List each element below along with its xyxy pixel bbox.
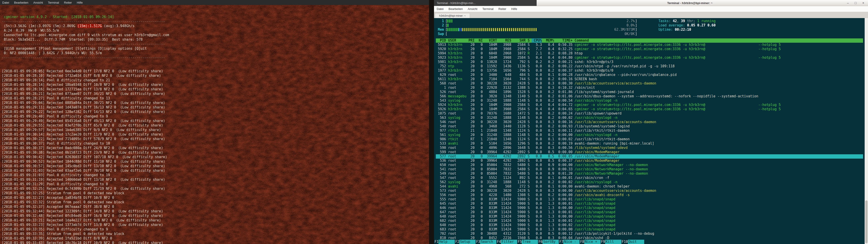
- process-row-5920[interactable]: 5920h3rb3rn200104M39082584S7.70.40:32.25…: [436, 47, 863, 51]
- process-row-977[interactable]: 977rtkit2112104813481124S0.00.10:00.11/u…: [436, 128, 863, 133]
- menu-item-terminal[interactable]: Terminal: [483, 7, 493, 11]
- process-cell: /usr/lib/snapd/snapd: [575, 206, 863, 210]
- column-header-time[interactable]: TIME+: [556, 38, 572, 43]
- process-row-645[interactable]: 645root200833M114245900S0.01.30:00.01/us…: [436, 202, 863, 206]
- process-row-577[interactable]: 577root2003996442922892S0.00.50:00.05/us…: [436, 154, 863, 159]
- fkey-nice[interactable]: F7Nice -: [559, 240, 580, 244]
- process-cell: 0:00.00: [556, 214, 572, 219]
- process-row-5924[interactable]: 5924h3rb3rn200104M39082584S0.40.40:04.72…: [436, 103, 863, 107]
- process-row-561[interactable]: 561syslog2003124818881148S0.00.20:00.00/…: [436, 133, 863, 137]
- background-window-title[interactable]: Terminal - h3rb3rn@bpi-min...: [434, 0, 537, 6]
- status-segment: (15m):1.517G: [77, 24, 102, 28]
- process-row-5913[interactable]: 5913h3rb3rn200104M39082584S5.30.40:50.35…: [436, 43, 863, 47]
- process-row-752[interactable]: 752ntp2001159214361136S0.00.20:00.22/usr…: [436, 64, 863, 68]
- info-segment: ;: [693, 19, 698, 23]
- process-row-526[interactable]: 526root200488418961528S0.00.20:01.86/lib…: [436, 90, 863, 94]
- process-row-5981[interactable]: 5981h3rb3rn200138281724792S0.20.20:00.21…: [436, 60, 863, 64]
- process-row-5994[interactable]: 5994h3rb3rn200604820681072R2.10.20:08.28…: [436, 51, 863, 56]
- menu-item-ansicht[interactable]: Ansicht: [33, 1, 43, 4]
- column-header-pri[interactable]: PRI: [468, 38, 474, 43]
- process-row-986[interactable]: 986rtkitRT12104813481124S0.00.10:00.02/u…: [436, 137, 863, 142]
- column-header-shr[interactable]: SHR: [513, 38, 526, 43]
- process-cell: messagebu: [448, 94, 466, 98]
- menu-item-datei[interactable]: Datei: [437, 7, 443, 11]
- column-header-virt[interactable]: VIRT: [485, 38, 497, 43]
- maximize-button[interactable]: □: [854, 1, 858, 5]
- process-row-640[interactable]: 640root200833M114245900S0.01.30:00.02/us…: [436, 223, 863, 227]
- fkey-kill[interactable]: F9Kill: [600, 240, 621, 244]
- process-row-544[interactable]: 544avahi2004968568272S0.00.10:00.00avahi…: [436, 184, 863, 189]
- process-cell: 568: [499, 184, 511, 189]
- menu-item-hilfe[interactable]: Hilfe: [511, 7, 517, 11]
- process-cell: 20: [468, 167, 474, 172]
- menu-item-ansicht[interactable]: Ansicht: [468, 7, 477, 11]
- process-row-536[interactable]: 536root2003996442922892S0.00.50:00.37/us…: [436, 159, 863, 163]
- column-header-res[interactable]: RES: [499, 38, 511, 43]
- process-row-5923[interactable]: 5923h3rb3rn200104M39082584S0.40.40:04.80…: [436, 56, 863, 60]
- column-header-cpu[interactable]: CPU%: [532, 38, 542, 43]
- process-row-568[interactable]: 568root2003022830202428S0.00.30:00.30/us…: [436, 81, 863, 86]
- process-row-549[interactable]: 549root2008500478325480S0.00.90:01.20/us…: [436, 172, 863, 176]
- column-header-user[interactable]: USER: [448, 38, 466, 43]
- process-row-629[interactable]: 629root2003400648484S0.00.10:00.28/usr/s…: [436, 73, 863, 77]
- column-header-ni[interactable]: NI: [477, 38, 483, 43]
- process-row-702[interactable]: 702root2003048843123120S0.00.50:00.12/us…: [436, 232, 863, 236]
- column-header-s[interactable]: S: [528, 38, 530, 43]
- process-row-1977[interactable]: 1977h3rb3rn200137561656796S0.00.20:00.37…: [436, 68, 863, 73]
- fkey-filter[interactable]: F4Filter: [496, 240, 517, 244]
- fkey-nice[interactable]: F8Nice +: [580, 240, 600, 244]
- process-cell: 3020: [499, 120, 511, 124]
- close-button[interactable]: ×: [861, 1, 865, 5]
- menu-item-hilfe[interactable]: Hilfe: [77, 1, 83, 4]
- menu-item-reiter[interactable]: Reiter: [498, 7, 506, 11]
- process-row-566[interactable]: 566messagebu200382013481140S0.00.20:01.0…: [436, 94, 863, 98]
- process-row-646[interactable]: 646root200833M114245900S0.01.30:00.00/us…: [436, 206, 863, 210]
- log-line: [2018-01-05 09:32:48] Rejected 0fc84ed9 …: [2, 214, 427, 218]
- process-row-5611[interactable]: 5611h3rb3rn20071041564744S0.00.20:00.16S…: [436, 77, 863, 81]
- process-row-683[interactable]: 683root200833M114245900S0.01.30:00.00/us…: [436, 227, 863, 232]
- fkey-sortby[interactable]: F6SortBy: [538, 240, 559, 244]
- process-cell: 536: [436, 159, 446, 163]
- fkey-label: Tree: [522, 240, 538, 244]
- minimize-button[interactable]: –: [846, 1, 850, 5]
- scrollbar-thumb[interactable]: [865, 201, 868, 243]
- process-row-562[interactable]: 562syslog2003124818881148S0.00.20:00.02/…: [436, 180, 863, 184]
- fkey-search[interactable]: F3Search: [475, 240, 496, 244]
- process-cell: 986: [436, 137, 446, 142]
- menu-item-bearbeiten[interactable]: Bearbeiten: [448, 7, 463, 11]
- process-row-650[interactable]: 650root2008500478325480S0.00.90:00.00/us…: [436, 163, 863, 167]
- process-row-573[interactable]: 573root2003022830202428S0.00.30:00.00/us…: [436, 189, 863, 193]
- process-row-546[interactable]: 546root2003022830202428S0.00.30:00.16/us…: [436, 120, 863, 124]
- process-row-1075[interactable]: 1075root2007037616881472S0.00.20:00.24/u…: [436, 111, 863, 116]
- process-row-5926[interactable]: 5926h3rb3rn200104M39082584S0.40.40:04.65…: [436, 107, 863, 111]
- process-row-547[interactable]: 547root20055521124892S0.00.10:00.01/usr/…: [436, 176, 863, 180]
- process-row-648[interactable]: 648root200833M114245900S0.01.30:00.00/us…: [436, 214, 863, 219]
- process-row-533[interactable]: 533avahi200510416561296S0.00.20:00.19ava…: [436, 142, 863, 146]
- fkey-quit[interactable]: F10Quit: [621, 240, 644, 244]
- scrollbar[interactable]: [865, 18, 868, 244]
- process-row-599[interactable]: 599root2003996442922892S0.00.50:00.00/us…: [436, 150, 863, 154]
- menu-item-bearbeiten[interactable]: Bearbeiten: [14, 1, 28, 4]
- column-header-command[interactable]: Command: [575, 38, 863, 43]
- process-row-541[interactable]: 541root2008500478325480S0.00.90:00.33/us…: [436, 167, 863, 172]
- process-row-647[interactable]: 647root200833M114245900S0.01.30:00.01/us…: [436, 210, 863, 214]
- process-row-543[interactable]: 543syslog2003124818881148S0.00.20:00.54/…: [436, 98, 863, 103]
- process-cell: root: [448, 163, 466, 167]
- process-row-590[interactable]: 590root200409628961648S0.00.30:00.56/lib…: [436, 146, 863, 150]
- process-row-555[interactable]: 555root200833M114245900S0.01.30:00.01/us…: [436, 197, 863, 202]
- column-header-pid[interactable]: PID: [436, 38, 446, 43]
- menu-item-datei[interactable]: Datei: [2, 1, 9, 4]
- menu-item-terminal[interactable]: Terminal: [48, 1, 59, 4]
- process-row-540[interactable]: 540root200346814401128S0.00.20:00.93/lib…: [436, 124, 863, 128]
- menu-item-reiter[interactable]: Reiter: [64, 1, 72, 4]
- column-header-mem[interactable]: MEM%: [544, 38, 554, 43]
- fkey-help[interactable]: F1Help: [434, 240, 455, 244]
- fkey-setup[interactable]: F2Setup: [455, 240, 475, 244]
- process-row-1[interactable]: 1root2002292831321388S0.00.30:10.32/sbin…: [436, 86, 863, 90]
- process-row-563[interactable]: 563syslog2003124818881148S0.00.20:00.02/…: [436, 116, 863, 120]
- process-cell: 0: [477, 73, 483, 77]
- fkey-tree[interactable]: F5Tree: [517, 240, 538, 244]
- terminal-tab[interactable]: h3rb3rn@bpi-miner: ~: [435, 13, 470, 18]
- process-row-556[interactable]: 556root200422814801308S0.00.20:00.00/usr…: [436, 193, 863, 197]
- process-row-682[interactable]: 682root200833M114245900S0.01.30:00.01/us…: [436, 219, 863, 223]
